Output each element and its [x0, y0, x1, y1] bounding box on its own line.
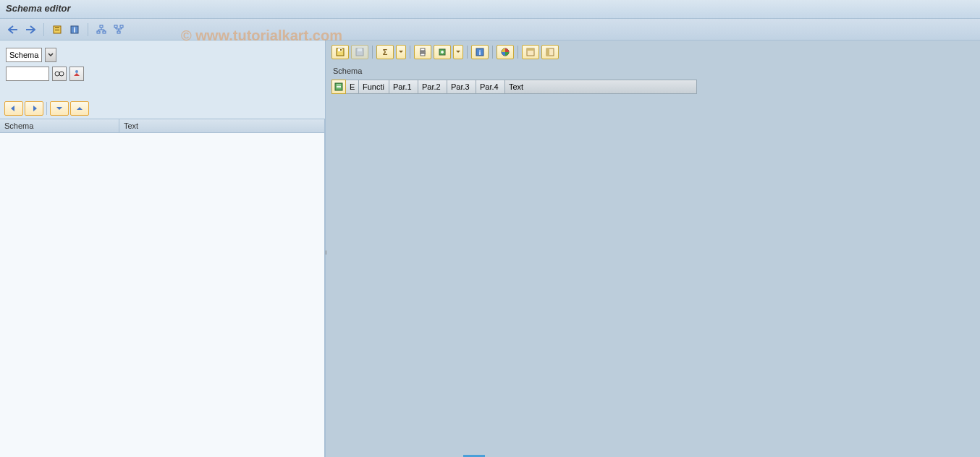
svg-point-11 — [55, 72, 59, 76]
splitter-handle[interactable]: ⦀ — [323, 249, 329, 257]
grid-header-par2[interactable]: Par.2 — [418, 80, 447, 94]
grid-header-par3[interactable]: Par.3 — [447, 80, 476, 94]
nav-prev-button[interactable] — [4, 101, 23, 116]
right-panel: ⦀ Σ — [326, 40, 980, 457]
svg-rect-5 — [100, 25, 103, 27]
separator — [88, 23, 88, 36]
schema-dropdown-toggle[interactable] — [45, 48, 56, 62]
svg-rect-6 — [97, 31, 100, 33]
schema-selector-area: Schema — [0, 40, 325, 98]
grid-header-e[interactable]: E — [346, 80, 359, 94]
schema-dropdown-label: Schema — [6, 48, 42, 62]
title-bar: Schema editor — [0, 0, 980, 19]
nav-next-button[interactable] — [25, 101, 43, 116]
grid-header-row: E Functi Par.1 Par.2 Par.3 Par.4 Text — [331, 80, 974, 94]
back-button[interactable] — [6, 22, 20, 37]
svg-rect-27 — [527, 48, 534, 51]
separator — [492, 46, 493, 59]
info-button[interactable]: i — [67, 22, 82, 37]
svg-rect-18 — [358, 48, 362, 51]
svg-text:i: i — [74, 26, 76, 34]
svg-rect-8 — [117, 31, 120, 33]
svg-point-12 — [59, 72, 64, 76]
right-toolbar: Σ i — [326, 40, 980, 64]
grid-header-text[interactable]: Text — [505, 80, 697, 94]
hierarchy-up-button[interactable] — [111, 22, 126, 37]
svg-rect-32 — [337, 86, 341, 87]
layout1-button[interactable] — [522, 45, 539, 59]
left-panel: Schema — [0, 40, 326, 457]
sum-button[interactable]: Σ — [376, 45, 394, 59]
display-button[interactable] — [50, 22, 64, 37]
grid-header-par4[interactable]: Par.4 — [476, 80, 505, 94]
save-button[interactable] — [331, 45, 349, 59]
separator — [467, 46, 468, 59]
separator — [43, 23, 44, 36]
svg-rect-10 — [120, 25, 123, 27]
glasses-icon-button[interactable] — [52, 67, 67, 81]
separator — [410, 46, 410, 59]
separator — [518, 46, 518, 59]
svg-rect-7 — [103, 31, 106, 33]
svg-rect-20 — [421, 48, 425, 51]
hierarchy-button[interactable] — [94, 22, 109, 37]
print-button[interactable] — [414, 45, 431, 59]
sum-dropdown-button[interactable] — [396, 45, 406, 59]
page-title: Schema editor — [6, 3, 71, 14]
color-button[interactable] — [497, 45, 514, 59]
row-selector-button[interactable] — [331, 80, 346, 94]
svg-rect-2 — [55, 30, 59, 30]
svg-rect-16 — [340, 49, 342, 51]
svg-rect-31 — [337, 85, 341, 85]
svg-rect-21 — [421, 54, 425, 56]
expand-button[interactable] — [50, 101, 69, 116]
nav-toolbar — [0, 98, 325, 119]
info-blue-button[interactable]: i — [471, 45, 489, 59]
main-toolbar: i — [0, 19, 980, 40]
schema-input[interactable] — [6, 67, 49, 81]
svg-rect-33 — [337, 87, 341, 88]
separator — [46, 102, 47, 115]
export-dropdown-button[interactable] — [453, 45, 463, 59]
layout2-button[interactable] — [541, 45, 559, 59]
grid-header-par1[interactable]: Par.1 — [389, 80, 418, 94]
svg-point-13 — [75, 70, 78, 73]
svg-rect-9 — [114, 25, 117, 27]
left-table-header: Schema Text — [0, 119, 325, 133]
column-header-text[interactable]: Text — [119, 119, 325, 132]
svg-rect-1 — [55, 27, 59, 28]
grid-header-func[interactable]: Functi — [359, 80, 389, 94]
svg-text:i: i — [479, 49, 481, 56]
schema-section-label: Schema — [326, 64, 980, 78]
collapse-button[interactable] — [70, 101, 89, 116]
svg-rect-29 — [546, 48, 549, 56]
export-button[interactable] — [434, 45, 451, 59]
main-container: Schema — [0, 40, 980, 457]
separator — [372, 46, 373, 59]
left-table-body — [0, 133, 325, 457]
save-disabled-button[interactable] — [351, 45, 368, 59]
forward-button[interactable] — [23, 22, 38, 37]
column-header-schema[interactable]: Schema — [0, 119, 119, 132]
find-icon-button[interactable] — [69, 67, 84, 81]
